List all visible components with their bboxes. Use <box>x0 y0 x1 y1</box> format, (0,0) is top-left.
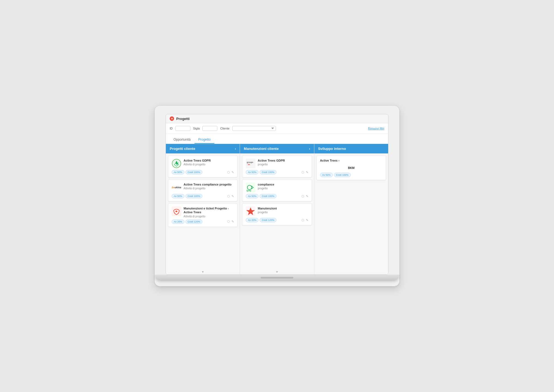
svg-text:Quay: Quay <box>246 190 251 192</box>
card-badges-m1: Av 50% Costi 100% <box>246 170 276 174</box>
id-input[interactable] <box>175 126 190 131</box>
card-subtitle-m1: progetto <box>258 163 308 166</box>
chart-icon-1[interactable]: ⬡ <box>227 171 230 174</box>
card-compliance-m[interactable]: Quay compliance progetto <box>242 180 312 201</box>
column-title-progetti-cliente: Progetti cliente <box>170 147 195 151</box>
badge-costi-m1: Costi 100% <box>260 170 276 174</box>
card-top-3: Manutenzioni e ticket Progetto - Active … <box>172 206 234 218</box>
scroll-down-manutenzioni: ▼ <box>240 269 314 274</box>
id-label: ID <box>170 127 173 130</box>
card-bottom-m3: Av 20% Costi 120% ⬡ ✎ <box>246 218 308 222</box>
tab-progetto[interactable]: Progetto <box>194 136 214 144</box>
card-title-1: Active Trees GDPR <box>184 159 234 162</box>
remove-filters-link[interactable]: Rimuovi filtri <box>368 127 384 130</box>
card-subtitle-m2: progetto <box>258 187 308 190</box>
column-manutenzioni-cliente: Manutenzioni cliente ‹ groo <box>240 144 314 274</box>
tab-opportunita[interactable]: Opportunità <box>170 136 194 144</box>
card-actions-3: ⬡ ✎ <box>227 220 234 223</box>
card-top-2: bookina Active Trees compliance progetto… <box>172 183 234 192</box>
column-header-progetti-cliente: Progetti cliente ‹ <box>166 144 240 153</box>
edit-icon-m1[interactable]: ✎ <box>306 171 308 174</box>
scroll-down-progetti: ▼ <box>166 269 240 274</box>
card-info-s1: Active Trees › <box>320 159 382 163</box>
card-badges-m2: Av 50% Costi 100% <box>246 194 276 198</box>
card-top-m3: Manutenzioni progetto <box>246 206 308 216</box>
card-manutenzioni-m[interactable]: Manutenzioni progetto Av 20% Costi 120% <box>242 203 312 225</box>
chart-icon-2[interactable]: ⬡ <box>227 195 230 198</box>
edit-icon-m3[interactable]: ✎ <box>306 218 308 222</box>
column-cards-manutenzioni: groops .de Active Trees GDPR progetto <box>240 153 314 269</box>
card-info-1: Active Trees GDPR Attività di progetto <box>184 159 234 166</box>
sigla-input[interactable] <box>202 126 217 131</box>
sigla-label: Sigla <box>193 127 200 130</box>
card-bottom-2: Av 50% Costi 100% ⬡ ✎ <box>172 194 234 198</box>
card-bottom-m1: Av 50% Costi 100% ⬡ ✎ <box>246 170 308 174</box>
column-header-sviluppo: Sviluppo interno <box>314 144 388 153</box>
card-top-s1: Active Trees › <box>320 159 382 163</box>
card-active-trees-gdpr-2[interactable]: groops .de Active Trees GDPR progetto <box>242 156 312 177</box>
card-top-m1: groops .de Active Trees GDPR progetto <box>246 159 308 168</box>
close-button[interactable]: ✕ <box>170 116 174 121</box>
chart-icon-m2[interactable]: ⬡ <box>302 195 304 198</box>
card-actions-m2: ⬡ ✎ <box>302 195 308 198</box>
column-cards-sviluppo: Active Trees › BKM Av 50% Costi 100% <box>314 153 388 274</box>
svg-text:.de: .de <box>247 163 250 165</box>
badge-av-1: Av 50% <box>172 170 184 174</box>
card-info-2: Active Trees compliance progetto Attivit… <box>184 183 234 190</box>
card-manutenzioni-ticket[interactable]: Manutenzioni e ticket Progetto - Active … <box>168 203 238 227</box>
chart-icon-m3[interactable]: ⬡ <box>302 218 304 222</box>
logo-star <box>246 206 255 216</box>
app-container: ✕ Progetti ID Sigla Cliente Rimuovi filt… <box>166 114 388 274</box>
badge-costi-1: Costi 100% <box>185 170 202 174</box>
app-title: Progetti <box>176 117 190 121</box>
card-badges-2: Av 50% Costi 100% <box>172 194 202 198</box>
badge-av-m2: Av 50% <box>246 194 258 198</box>
badge-av-s1: Av 50% <box>320 173 333 177</box>
bkm-logo-container: BKM <box>320 165 382 171</box>
card-actions-m1: ⬡ ✎ <box>302 171 308 174</box>
badge-costi-m3: Costi 120% <box>260 218 276 222</box>
column-title-sviluppo: Sviluppo interno <box>318 147 346 151</box>
laptop-screen: ✕ Progetti ID Sigla Cliente Rimuovi filt… <box>166 114 388 275</box>
card-subtitle-1: Attività di progetto <box>184 163 234 166</box>
card-active-trees-s1[interactable]: Active Trees › BKM Av 50% Costi 100% <box>316 156 386 180</box>
card-actions-2: ⬡ ✎ <box>227 195 234 198</box>
column-title-manutenzioni: Manutenzioni cliente <box>244 147 279 151</box>
edit-icon-m2[interactable]: ✎ <box>306 195 308 198</box>
chart-icon-m1[interactable]: ⬡ <box>302 171 304 174</box>
card-actions-1: ⬡ ✎ <box>227 171 234 174</box>
card-bottom-1: Av 50% Costi 100% ⬡ ✎ <box>172 170 234 174</box>
laptop-base <box>155 275 399 281</box>
column-cards-progetti-cliente: Active Trees GDPR Attività di progetto A… <box>166 153 240 269</box>
card-subtitle-2: Attività di progetto <box>184 187 234 190</box>
edit-icon-3[interactable]: ✎ <box>232 220 234 223</box>
laptop-wrapper: ✕ Progetti ID Sigla Cliente Rimuovi filt… <box>154 106 400 286</box>
edit-icon-2[interactable]: ✎ <box>232 195 234 198</box>
collapse-icon-manutenzioni[interactable]: ‹ <box>309 147 310 151</box>
chart-icon-3[interactable]: ⬡ <box>227 220 230 223</box>
card-bottom-m2: Av 50% Costi 100% ⬡ ✎ <box>246 194 308 198</box>
card-info-m3: Manutenzioni progetto <box>258 206 308 214</box>
collapse-icon-progetti[interactable]: ‹ <box>235 147 236 151</box>
laptop-body: ✕ Progetti ID Sigla Cliente Rimuovi filt… <box>154 106 400 286</box>
card-badges-m3: Av 20% Costi 120% <box>246 218 276 222</box>
card-title-m1: Active Trees GDPR <box>258 159 308 162</box>
card-subtitle-m3: progetto <box>258 211 308 214</box>
card-title-m3: Manutenzioni <box>258 206 308 210</box>
card-top-m2: Quay compliance progetto <box>246 183 308 192</box>
column-progetti-cliente: Progetti cliente ‹ <box>166 144 240 274</box>
badge-av-m3: Av 20% <box>246 218 258 222</box>
card-active-trees-gdpr-1[interactable]: Active Trees GDPR Attività di progetto A… <box>168 156 238 177</box>
card-active-trees-compliance-1[interactable]: bookina Active Trees compliance progetto… <box>168 180 238 201</box>
card-subtitle-3: Attività di progetto <box>184 215 234 218</box>
card-top: Active Trees GDPR Attività di progetto <box>172 159 234 168</box>
card-title-2: Active Trees compliance progetto <box>184 183 234 186</box>
cliente-select[interactable] <box>232 126 276 131</box>
card-info-m1: Active Trees GDPR progetto <box>258 159 308 166</box>
logo-bookina: bookina <box>172 183 181 192</box>
cliente-label: Cliente <box>220 127 229 130</box>
column-sviluppo-interno: Sviluppo interno Active Trees › <box>314 144 388 274</box>
edit-icon-1[interactable]: ✎ <box>232 171 234 174</box>
card-bottom-s1: Av 50% Costi 100% <box>320 173 382 177</box>
card-badges-1: Av 50% Costi 100% <box>172 170 202 174</box>
